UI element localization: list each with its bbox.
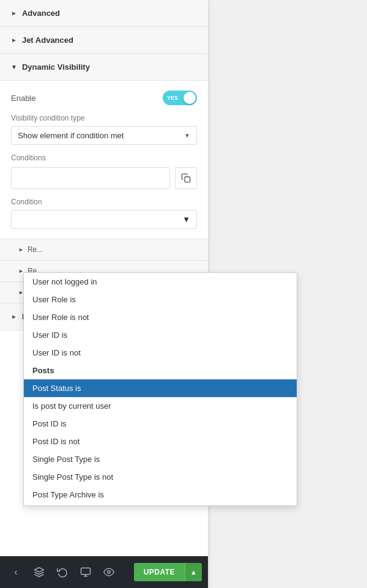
dropdown-item-is-post-by-current-user[interactable]: Is post by current user <box>24 397 297 415</box>
jet-advanced-label: Jet Advanced <box>22 35 73 45</box>
condition-dropdown-list[interactable]: User not logged in User Role is User Rol… <box>24 273 297 505</box>
condition-label: Condition <box>11 198 197 206</box>
toggle-knob <box>184 92 196 104</box>
svg-rect-0 <box>185 177 190 182</box>
toggle-yes-text: YES <box>167 95 178 101</box>
update-dropdown-icon: ▲ <box>190 568 197 576</box>
re-row-1[interactable]: ► Re... <box>0 239 208 261</box>
dropdown-item-post-id-is[interactable]: Post ID is <box>24 415 297 433</box>
visibility-condition-value: Show element if condition met <box>18 131 124 140</box>
jet-advanced-section-header[interactable]: ► Jet Advanced <box>0 27 208 54</box>
visibility-condition-select[interactable]: Show element if condition met ▼ <box>11 126 197 145</box>
update-button[interactable]: UPDATE <box>134 563 185 581</box>
dropdown-item-post-id-is-not[interactable]: Post ID is not <box>24 433 297 450</box>
dynamic-visibility-section-header[interactable]: ▼ Dynamic Visibility <box>0 54 208 81</box>
border-arrow-icon: ► <box>11 313 17 320</box>
advanced-section-header[interactable]: ► Advanced <box>0 0 208 27</box>
jet-advanced-arrow-icon: ► <box>11 37 17 43</box>
svg-rect-2 <box>81 568 91 575</box>
responsive-button[interactable] <box>76 562 95 582</box>
re-row-1-label: Re... <box>28 245 43 254</box>
update-dropdown-button[interactable]: ▲ <box>185 563 202 581</box>
dynamic-visibility-arrow-icon: ▼ <box>11 64 17 70</box>
condition-select[interactable]: ▼ <box>11 210 197 229</box>
dropdown-item-user-not-logged-in[interactable]: User not logged in <box>24 273 297 291</box>
condition-dropdown: User not logged in User Role is User Rol… <box>23 272 297 506</box>
visibility-condition-arrow-icon: ▼ <box>184 132 190 139</box>
advanced-arrow-icon: ► <box>11 10 17 17</box>
update-group: UPDATE ▲ <box>134 563 202 581</box>
enable-row: Enable YES <box>11 91 197 105</box>
dropdown-item-single-post-type-is-not[interactable]: Single Post Type is not <box>24 468 297 486</box>
dynamic-visibility-content: Enable YES Visibility condition type Sho… <box>0 81 208 239</box>
dropdown-group-posts: Posts <box>24 362 297 379</box>
condition-select-arrow-icon: ▼ <box>182 215 190 224</box>
dropdown-item-single-post-type-is[interactable]: Single Post Type is <box>24 450 297 468</box>
back-icon: ‹ <box>14 567 17 578</box>
enable-toggle[interactable]: YES <box>163 91 197 105</box>
back-button[interactable]: ‹ <box>6 562 26 582</box>
dropdown-item-user-id-is-not[interactable]: User ID is not <box>24 344 297 362</box>
dynamic-visibility-label: Dynamic Visibility <box>22 62 90 72</box>
enable-label: Enable <box>11 94 35 103</box>
history-button[interactable] <box>53 562 72 582</box>
eye-button[interactable] <box>99 562 119 582</box>
svg-marker-1 <box>35 568 44 573</box>
layers-button[interactable] <box>29 562 49 582</box>
svg-point-5 <box>108 571 111 574</box>
conditions-input[interactable] <box>11 167 170 189</box>
dropdown-item-user-role-is-not[interactable]: User Role is not <box>24 308 297 326</box>
visibility-condition-label: Visibility condition type <box>11 114 197 122</box>
conditions-input-row <box>11 167 197 189</box>
dropdown-item-user-id-is[interactable]: User ID is <box>24 326 297 344</box>
conditions-label: Conditions <box>11 154 197 162</box>
advanced-label: Advanced <box>22 9 60 18</box>
dropdown-item-post-type-archive-is[interactable]: Post Type Archive is <box>24 486 297 504</box>
dropdown-item-post-type-archive-is-not[interactable]: Post Type Archive is not <box>24 504 297 505</box>
dropdown-item-user-role-is[interactable]: User Role is <box>24 291 297 308</box>
dropdown-item-post-status-is[interactable]: Post Status is <box>24 379 297 397</box>
copy-icon-button[interactable] <box>175 167 197 189</box>
bottom-toolbar: ‹ <box>0 556 208 588</box>
re-row-1-arrow-icon: ► <box>18 247 24 253</box>
